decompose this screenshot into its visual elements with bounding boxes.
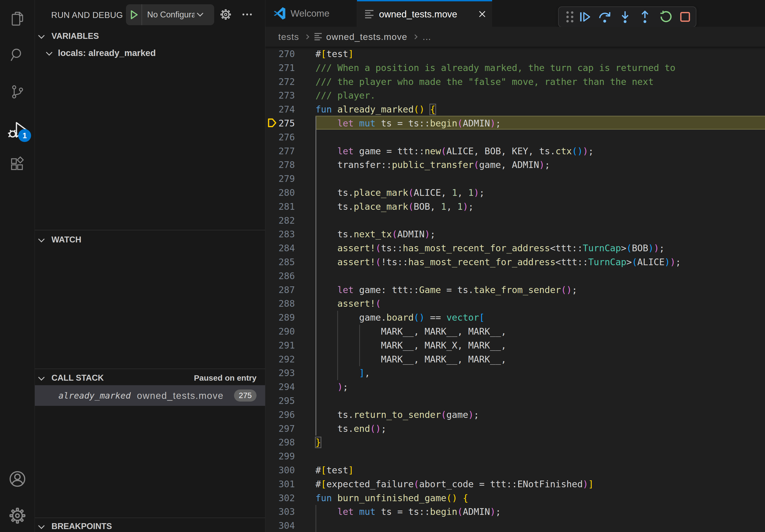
activity-item-search[interactable] <box>0 39 35 71</box>
views-more-actions-button[interactable] <box>237 4 258 25</box>
line-number[interactable]: 290 <box>265 325 295 339</box>
code-line[interactable]: 274fun already_marked() { <box>265 103 765 117</box>
debug-config-dropdown[interactable]: No Configurations <box>126 4 214 25</box>
code-line[interactable]: 288 assert!( <box>265 297 765 311</box>
debug-start-button[interactable] <box>126 4 142 25</box>
debug-continue-button[interactable] <box>576 7 593 27</box>
code-line[interactable]: 278 transfer::public_transfer(game, ADMI… <box>265 158 765 172</box>
code-line[interactable]: 292 MARK__, MARK__, MARK__, <box>265 353 765 367</box>
code-line[interactable]: 300#[test] <box>265 463 765 477</box>
line-number[interactable]: 280 <box>265 186 295 200</box>
code-line[interactable]: 290 MARK__, MARK__, MARK__, <box>265 325 765 339</box>
stack-frame-row[interactable]: already_marked owned_tests.move 275 <box>35 385 265 406</box>
debug-step-over-button[interactable] <box>596 7 613 27</box>
line-number[interactable]: 276 <box>265 131 295 144</box>
line-number[interactable]: 300 <box>265 463 295 477</box>
line-number[interactable]: 288 <box>265 297 295 311</box>
line-number[interactable]: 297 <box>265 422 295 436</box>
code-line[interactable]: 304 <box>265 519 765 532</box>
line-number[interactable]: 272 <box>265 75 295 89</box>
code-line[interactable]: 276 <box>265 131 765 144</box>
line-number[interactable]: 284 <box>265 241 295 255</box>
line-number[interactable]: 299 <box>265 449 295 463</box>
code-line[interactable]: 303 let mut ts = ts::begin(ADMIN); <box>265 505 765 519</box>
breadcrumb-symbol[interactable]: ... <box>423 32 431 42</box>
line-number[interactable]: 271 <box>265 61 295 75</box>
line-number[interactable]: 301 <box>265 477 295 491</box>
code-line[interactable]: 285 assert!(!ts::has_most_recent_for_add… <box>265 255 765 269</box>
code-line[interactable]: 291 MARK__, MARK_X, MARK__, <box>265 339 765 353</box>
code-line[interactable]: 296 ts.return_to_sender(game); <box>265 408 765 422</box>
code-line[interactable]: 277 let game = ttt::new(ALICE, BOB, KEY,… <box>265 144 765 158</box>
line-number[interactable]: 286 <box>265 269 295 283</box>
breadcrumbs: tests owned_tests.move ... <box>265 27 765 47</box>
line-number[interactable]: 294 <box>265 380 295 394</box>
sidebar-title: RUN AND DEBUG <box>51 10 123 20</box>
code-line[interactable]: 272/// the player who made the "false" m… <box>265 75 765 89</box>
variables-scope-row[interactable]: locals: already_marked <box>35 46 265 60</box>
code-line[interactable]: 280 ts.place_mark(ALICE, 1, 1); <box>265 186 765 200</box>
code-line[interactable]: 279 <box>265 172 765 186</box>
debug-step-out-button[interactable] <box>636 7 653 27</box>
line-number[interactable]: 303 <box>265 505 295 519</box>
activity-item-account[interactable] <box>0 463 35 495</box>
line-number[interactable]: 273 <box>265 89 295 103</box>
line-number[interactable]: 283 <box>265 227 295 241</box>
code-line[interactable]: 289 game.board() == vector[ <box>265 311 765 325</box>
tab-welcome[interactable]: Welcome <box>265 0 357 27</box>
code-line[interactable]: 284 assert!(ts::has_most_recent_for_addr… <box>265 241 765 255</box>
line-number[interactable]: 298 <box>265 435 295 449</box>
line-number[interactable]: 278 <box>265 158 295 172</box>
section-call-stack[interactable]: CALL STACK Paused on entry <box>35 371 265 385</box>
breadcrumb-file[interactable]: owned_tests.move <box>326 32 407 42</box>
activity-item-run-and-debug[interactable]: 1 <box>0 115 35 147</box>
line-number[interactable]: 277 <box>265 144 295 158</box>
code-line[interactable]: 293 ], <box>265 366 765 380</box>
tab-owned-tests[interactable]: owned_tests.move <box>357 0 492 27</box>
code-line[interactable]: 294 ); <box>265 380 765 394</box>
code-line[interactable]: 287 let game: ttt::Game = ts.take_from_s… <box>265 283 765 297</box>
line-number[interactable]: 291 <box>265 339 295 353</box>
code-line[interactable]: 301#[expected_failure(abort_code = ttt::… <box>265 477 765 491</box>
section-breakpoints[interactable]: BREAKPOINTS <box>35 519 265 532</box>
line-number[interactable]: 304 <box>265 519 295 532</box>
code-line[interactable]: 281 ts.place_mark(BOB, 1, 1); <box>265 200 765 214</box>
line-number[interactable]: 274 <box>265 103 295 117</box>
line-number[interactable]: 287 <box>265 283 295 297</box>
debug-restart-button[interactable] <box>657 7 674 27</box>
code-line[interactable]: 273/// player. <box>265 89 765 103</box>
code-line[interactable]: 283 ts.next_tx(ADMIN); <box>265 227 765 241</box>
line-number[interactable]: 296 <box>265 408 295 422</box>
line-number[interactable]: 282 <box>265 214 295 228</box>
line-number[interactable]: 302 <box>265 491 295 505</box>
debug-stop-button[interactable] <box>677 7 694 27</box>
line-number[interactable]: 293 <box>265 366 295 380</box>
code-line[interactable]: 298} <box>265 435 765 449</box>
line-number[interactable]: 279 <box>265 172 295 186</box>
section-variables[interactable]: VARIABLES <box>35 29 265 43</box>
section-watch[interactable]: WATCH <box>35 232 265 247</box>
code-line[interactable]: 299 <box>265 449 765 463</box>
code-line[interactable]: 271/// When a position is already marked… <box>265 61 765 75</box>
line-number[interactable]: 285 <box>265 255 295 269</box>
line-number[interactable]: 295 <box>265 394 295 408</box>
code-line[interactable]: 286 <box>265 269 765 283</box>
close-icon[interactable] <box>478 10 486 18</box>
debug-step-into-button[interactable] <box>616 7 634 27</box>
scroll-shadow <box>265 47 765 50</box>
line-number[interactable]: 292 <box>265 353 295 367</box>
line-number[interactable]: 281 <box>265 200 295 214</box>
activity-item-extensions[interactable] <box>0 148 35 180</box>
activity-item-settings[interactable] <box>0 500 35 532</box>
breadcrumb-folder[interactable]: tests <box>278 32 299 42</box>
toolbar-drag-handle[interactable] <box>561 7 578 27</box>
activity-item-source-control[interactable] <box>0 76 35 108</box>
debug-settings-button[interactable] <box>215 4 237 25</box>
line-number[interactable]: 289 <box>265 311 295 325</box>
code-line[interactable]: 297 ts.end(); <box>265 422 765 436</box>
code-line[interactable]: 282 <box>265 214 765 228</box>
code-line[interactable]: 275 let mut ts = ts::begin(ADMIN); <box>265 117 765 131</box>
code-line[interactable]: 302fun burn_unfinished_game() { <box>265 491 765 505</box>
activity-item-explorer[interactable] <box>0 3 35 35</box>
code-line[interactable]: 295 <box>265 394 765 408</box>
